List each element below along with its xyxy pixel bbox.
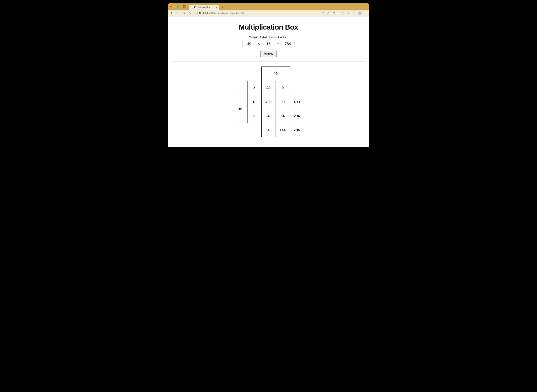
row-tens: 10 (247, 95, 261, 109)
col2-sum: 144 (276, 123, 290, 137)
times-cell: × (247, 81, 261, 95)
cell-ones-ones: 54 (276, 109, 290, 123)
window-controls (170, 5, 179, 8)
toolbar-right: Aᵃ ··· (321, 11, 367, 15)
extensions-icon[interactable] (333, 12, 335, 15)
url-host: 127.0.0.1 (199, 12, 208, 14)
favorite-icon[interactable] (327, 12, 330, 15)
subtitle: Multiplies 2-digit numbers together. (171, 36, 366, 38)
col-tens: 40 (261, 81, 276, 95)
divider (171, 61, 366, 61)
left-operand: 16 (233, 95, 247, 123)
col1-sum: 640 (261, 123, 276, 137)
tab-actions-icon[interactable] (183, 5, 186, 8)
multiply-button[interactable]: Multiply (260, 51, 277, 57)
row1-sum: 490 (290, 95, 304, 109)
svg-rect-0 (183, 5, 185, 8)
home-button[interactable] (188, 11, 192, 15)
url-port: :5500 (208, 12, 214, 14)
more-icon[interactable]: ··· (364, 12, 367, 15)
downloads-icon[interactable] (347, 12, 350, 15)
url-field[interactable]: i 127.0.0.1:5500/js-multiplication-box/i… (194, 12, 319, 14)
close-tab-icon[interactable]: × (216, 6, 217, 9)
mult-table: 49 × 40 9 16 10 400 90 490 (233, 66, 304, 137)
row2-sum: 294 (290, 109, 304, 123)
back-button[interactable] (170, 11, 173, 15)
row-ones: 6 (247, 109, 261, 123)
maximize-window-button[interactable] (177, 5, 179, 8)
multiplication-grid: 49 × 40 9 16 10 400 90 490 (171, 66, 366, 137)
operand-a-input[interactable] (242, 41, 256, 47)
address-bar: i 127.0.0.1:5500/js-multiplication-box/i… (168, 10, 369, 16)
top-operand: 49 (261, 67, 290, 81)
cell-tens-tens: 400 (261, 95, 276, 109)
page-title: Multiplication Box (171, 23, 366, 31)
cell-ones-tens: 240 (261, 109, 276, 123)
profile-avatar[interactable] (358, 11, 362, 15)
minimize-window-button[interactable] (173, 5, 175, 8)
favorites-bar-icon[interactable] (341, 12, 344, 15)
site-info-icon[interactable]: i (195, 12, 198, 14)
calculator-row: × = (171, 41, 366, 47)
page-content: Multiplication Box Multiplies 2-digit nu… (168, 16, 369, 147)
operand-b-input[interactable] (262, 41, 275, 47)
browser-window: Multiplication Box × + i 127.0.0.1:5500/… (168, 3, 369, 147)
browser-tab[interactable]: Multiplication Box × (189, 5, 219, 10)
close-window-button[interactable] (170, 5, 172, 8)
read-aloud-icon[interactable]: Aᵃ (321, 12, 324, 15)
collections-icon[interactable] (353, 12, 356, 15)
equals-symbol: = (277, 42, 279, 46)
cell-tens-ones: 90 (276, 95, 290, 109)
forward-button[interactable] (176, 11, 179, 15)
tab-title: Multiplication Box (194, 6, 215, 8)
url-path: /js-multiplication-box/index.html (214, 12, 244, 14)
grand-total: 784 (290, 123, 304, 137)
col-ones: 9 (276, 81, 290, 95)
result-output[interactable] (281, 41, 295, 47)
new-tab-button[interactable]: + (222, 5, 224, 9)
titlebar: Multiplication Box × + (168, 3, 369, 10)
refresh-button[interactable] (182, 11, 185, 15)
times-symbol: × (258, 42, 260, 46)
page-icon (191, 6, 193, 8)
